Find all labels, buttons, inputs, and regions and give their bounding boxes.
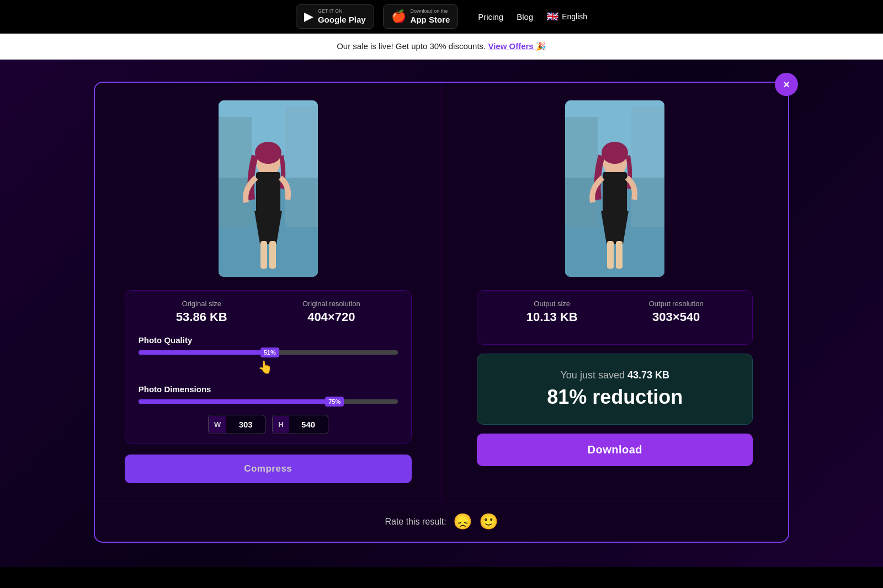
quality-slider-fill [139, 350, 271, 355]
width-input[interactable] [226, 415, 265, 434]
savings-prefix: You just saved [561, 370, 625, 381]
pricing-link[interactable]: Pricing [478, 12, 503, 22]
view-offers-link[interactable]: View Offers 🎉 [488, 41, 546, 51]
width-input-group: W [208, 415, 265, 434]
svg-rect-12 [631, 106, 664, 227]
top-nav: ▶ GET IT ON Google Play 🍎 Download on th… [0, 0, 883, 34]
original-info-row: Original size 53.86 KB Original resoluti… [139, 300, 398, 324]
main-content: × [0, 60, 883, 567]
google-play-button[interactable]: ▶ GET IT ON Google Play [296, 4, 374, 29]
output-info-box: Output size 10.13 KB Output resolution 3… [477, 290, 753, 345]
app-store-text: Download on the App Store [411, 8, 450, 25]
svg-point-14 [602, 142, 628, 164]
main-panel: × [94, 82, 789, 543]
quality-label: Photo Quality [139, 335, 398, 345]
original-resolution-item: Original resolution 404×720 [302, 300, 360, 324]
apple-icon: 🍎 [391, 9, 406, 24]
language-button[interactable]: 🇬🇧 English [546, 10, 587, 23]
dimensions-slider-wrapper[interactable]: 75% [139, 399, 398, 404]
output-image-svg [565, 100, 664, 277]
neutral-emoji[interactable]: 🙂 [479, 512, 498, 531]
dimensions-label: Photo Dimensions [139, 384, 398, 394]
rate-text: Rate this result: 😞 🙂 [117, 512, 766, 531]
output-size-label: Output size [526, 300, 578, 308]
lang-label: English [562, 12, 587, 21]
bottom-section: Rate this result: 😞 🙂 [95, 501, 788, 542]
sale-banner: Our sale is live! Get upto 30% discounts… [0, 34, 883, 60]
savings-reduction: 81% reduction [491, 386, 739, 409]
original-image-preview [219, 100, 318, 277]
dimensions-slider-track[interactable]: 75% [139, 399, 398, 404]
original-size-item: Original size 53.86 KB [176, 300, 227, 324]
sale-text: Our sale is live! Get upto 30% discounts… [337, 41, 486, 51]
output-resolution-item: Output resolution 303×540 [649, 300, 704, 324]
quality-slider-wrapper[interactable]: 51% 👆 [139, 350, 398, 373]
svg-rect-3 [285, 106, 318, 227]
output-resolution-value: 303×540 [649, 310, 704, 324]
original-size-value: 53.86 KB [176, 310, 227, 324]
height-input[interactable] [289, 415, 328, 434]
svg-rect-16 [607, 241, 614, 269]
height-label: H [273, 416, 289, 433]
quality-slider-track[interactable]: 51% [139, 350, 398, 355]
height-input-group: H [272, 415, 328, 434]
dimensions-slider-fill [139, 399, 333, 404]
original-size-label: Original size [176, 300, 227, 308]
output-size-item: Output size 10.13 KB [526, 300, 578, 324]
svg-rect-11 [565, 117, 598, 227]
original-image-svg [219, 100, 318, 277]
flag-icon: 🇬🇧 [546, 10, 558, 23]
svg-rect-15 [603, 172, 627, 216]
google-play-text: GET IT ON Google Play [318, 8, 366, 25]
nav-links: Pricing Blog 🇬🇧 English [478, 10, 587, 23]
savings-box: You just saved 43.73 KB 81% reduction [477, 354, 753, 425]
right-panel: Output size 10.13 KB Output resolution 3… [442, 83, 789, 501]
compress-button[interactable]: Compress [125, 455, 412, 483]
panel-inner: Original size 53.86 KB Original resoluti… [95, 83, 788, 501]
svg-rect-7 [260, 241, 267, 269]
output-info-row: Output size 10.13 KB Output resolution 3… [491, 300, 739, 324]
download-button[interactable]: Download [477, 434, 753, 466]
svg-point-5 [255, 142, 281, 164]
savings-text: You just saved 43.73 KB [491, 370, 739, 381]
original-info-box: Original size 53.86 KB Original resoluti… [125, 290, 412, 443]
quality-slider-section: Photo Quality 51% 👆 Photo Dimensions [139, 335, 398, 434]
svg-rect-2 [219, 117, 252, 227]
google-play-icon: ▶ [304, 9, 313, 24]
savings-amount: 43.73 KB [627, 370, 669, 381]
app-store-button[interactable]: 🍎 Download on the App Store [383, 4, 459, 29]
svg-rect-8 [269, 241, 276, 269]
dimensions-slider-thumb[interactable]: 75% [325, 397, 344, 407]
svg-rect-6 [256, 172, 280, 216]
svg-rect-17 [616, 241, 623, 269]
width-label: W [209, 416, 226, 433]
output-size-value: 10.13 KB [526, 310, 578, 324]
rate-label: Rate this result: [385, 517, 446, 527]
original-resolution-value: 404×720 [302, 310, 360, 324]
sad-emoji[interactable]: 😞 [453, 512, 472, 531]
close-button[interactable]: × [775, 73, 798, 96]
quality-slider-thumb[interactable]: 51% [260, 348, 279, 357]
blog-link[interactable]: Blog [517, 12, 533, 22]
original-resolution-label: Original resolution [302, 300, 360, 308]
dimension-inputs: W H [139, 415, 398, 434]
output-resolution-label: Output resolution [649, 300, 704, 308]
left-panel: Original size 53.86 KB Original resoluti… [95, 83, 442, 501]
cursor-hand-icon: 👆 [258, 360, 273, 375]
output-image-preview [565, 100, 664, 277]
